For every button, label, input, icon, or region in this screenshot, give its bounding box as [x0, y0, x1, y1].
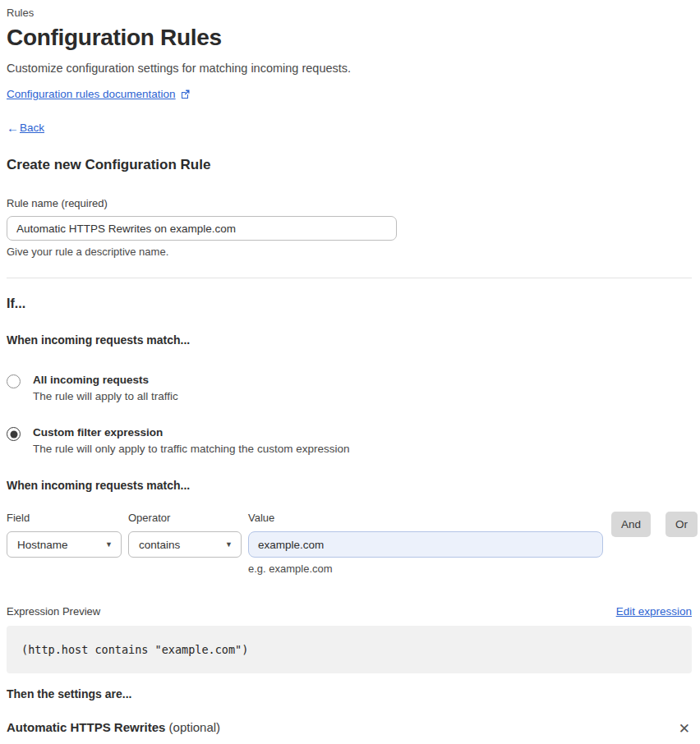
then-settings-heading: Then the settings are...	[7, 687, 692, 700]
value-label: Value	[248, 512, 603, 524]
breadcrumb: Rules	[7, 7, 692, 19]
rule-name-input[interactable]	[7, 216, 397, 241]
match-type-radio-group: All incoming requests The rule will appl…	[7, 374, 692, 455]
expression-preview-label: Expression Preview	[7, 605, 100, 618]
configuration-rules-page: Rules Configuration Rules Customize conf…	[0, 0, 700, 744]
field-select-value: Hostname	[17, 539, 68, 551]
rule-name-label: Rule name (required)	[7, 197, 692, 209]
expression-builder: When incoming requests match... Field Ho…	[7, 479, 692, 575]
operator-label: Operator	[128, 512, 248, 524]
close-icon[interactable]: ✕	[677, 720, 692, 737]
radio-button-icon[interactable]	[7, 427, 21, 441]
chevron-down-icon: ▼	[225, 540, 233, 549]
create-rule-heading: Create new Configuration Rule	[7, 157, 692, 173]
page-subtitle: Customize configuration settings for mat…	[7, 62, 692, 75]
field-select[interactable]: Hostname ▼	[7, 531, 122, 558]
back-arrow-icon: ←	[7, 121, 19, 135]
external-link-icon	[180, 89, 191, 99]
chevron-down-icon: ▼	[105, 540, 113, 549]
setting-optional-label: (optional)	[165, 720, 220, 734]
back-link[interactable]: ← Back	[7, 121, 692, 135]
builder-heading: When incoming requests match...	[7, 479, 692, 492]
radio-label: All incoming requests	[33, 374, 178, 386]
setting-title-bold: Automatic HTTPS Rewrites	[7, 720, 165, 734]
section-divider	[7, 278, 692, 278]
documentation-link[interactable]: Configuration rules documentation	[7, 88, 176, 100]
radio-all-incoming-requests[interactable]: All incoming requests The rule will appl…	[7, 374, 692, 402]
value-helper: e.g. example.com	[248, 563, 603, 575]
back-label[interactable]: Back	[20, 122, 44, 134]
field-label: Field	[7, 512, 128, 524]
value-input[interactable]	[248, 531, 603, 558]
or-button[interactable]: Or	[665, 512, 698, 537]
radio-label: Custom filter expression	[33, 426, 349, 439]
setting-automatic-https-rewrites: Automatic HTTPS Rewrites (optional) ✕ Tu…	[7, 720, 692, 744]
edit-expression-link[interactable]: Edit expression	[616, 605, 692, 618]
radio-custom-filter-expression[interactable]: Custom filter expression The rule will o…	[7, 426, 692, 455]
radio-description: The rule will apply to all traffic	[33, 390, 178, 402]
setting-title: Automatic HTTPS Rewrites (optional)	[7, 720, 220, 734]
operator-select[interactable]: contains ▼	[128, 531, 242, 558]
and-button[interactable]: And	[611, 512, 651, 537]
if-heading: If...	[7, 296, 692, 311]
operator-select-value: contains	[139, 539, 180, 551]
expression-code: (http.host contains "example.com")	[21, 643, 248, 656]
page-title: Configuration Rules	[7, 25, 692, 51]
expression-preview-box: (http.host contains "example.com")	[7, 626, 692, 673]
rule-name-helper: Give your rule a descriptive name.	[7, 246, 692, 258]
radio-description: The rule will only apply to traffic matc…	[33, 443, 349, 455]
incoming-match-label: When incoming requests match...	[7, 333, 692, 347]
radio-button-icon[interactable]	[7, 374, 21, 388]
